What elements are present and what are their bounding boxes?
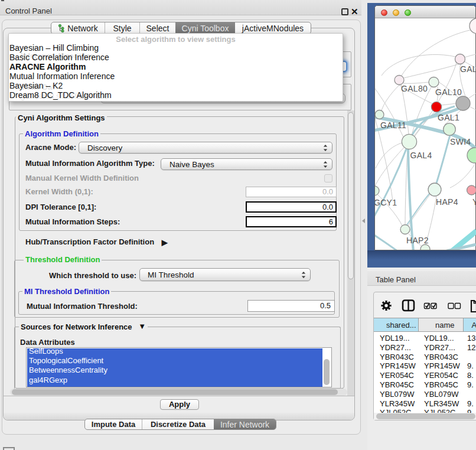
svg-text:GAL80: GAL80 bbox=[401, 84, 428, 93]
svg-text:GAL1: GAL1 bbox=[438, 113, 459, 122]
svg-text:GAL7: GAL7 bbox=[460, 64, 476, 74]
svg-text:GAL10: GAL10 bbox=[435, 87, 462, 97]
svg-text:SWI4: SWI4 bbox=[450, 137, 471, 146]
svg-text:Y: Y bbox=[472, 197, 476, 207]
svg-text:GAL4: GAL4 bbox=[410, 151, 432, 160]
svg-text:GCY1: GCY1 bbox=[375, 198, 397, 207]
svg-text:GAL11: GAL11 bbox=[380, 120, 406, 130]
svg-text:HAP4: HAP4 bbox=[436, 197, 458, 207]
svg-text:HAP2: HAP2 bbox=[406, 236, 429, 245]
